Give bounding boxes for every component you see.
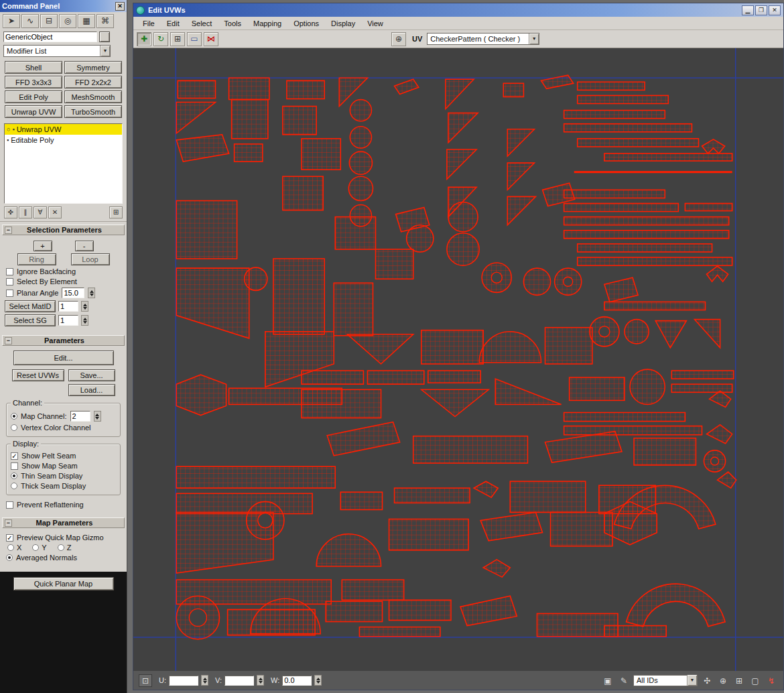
uv-island[interactable] bbox=[604, 626, 666, 637]
all-ids-dropdown[interactable]: All IDs ▼ bbox=[633, 675, 698, 686]
uv-island[interactable] bbox=[349, 151, 372, 174]
uv-island[interactable] bbox=[389, 600, 451, 620]
paint-select-icon[interactable]: ✎ bbox=[617, 674, 631, 687]
tab-hierarchy[interactable]: ⊟ bbox=[40, 14, 58, 28]
uv-island[interactable] bbox=[630, 369, 665, 404]
close-icon[interactable]: ✕ bbox=[115, 2, 125, 11]
averaged-normals-radio[interactable]: Averaged Normals bbox=[6, 554, 121, 562]
uv-island[interactable] bbox=[510, 481, 585, 512]
uv-island[interactable] bbox=[578, 139, 699, 147]
thick-seam-display-radio[interactable]: Thick Seam Display bbox=[11, 482, 116, 490]
uv-island[interactable] bbox=[375, 249, 413, 279]
uv-island[interactable] bbox=[273, 259, 324, 334]
tab-create[interactable]: ➤ bbox=[3, 14, 20, 28]
uv-island[interactable] bbox=[428, 371, 480, 383]
select-sg-button[interactable]: Select SG bbox=[5, 314, 56, 326]
sg-spinner[interactable] bbox=[81, 315, 88, 326]
uv-island[interactable] bbox=[523, 268, 550, 295]
uv-island[interactable] bbox=[176, 200, 237, 259]
lightbulb-icon[interactable]: ○ bbox=[7, 124, 10, 135]
map-channel-spinner[interactable] bbox=[94, 411, 101, 422]
restore-button[interactable]: ❐ bbox=[755, 5, 767, 15]
uv-island[interactable] bbox=[578, 257, 732, 265]
uv-island[interactable] bbox=[245, 267, 267, 290]
object-color-swatch[interactable] bbox=[99, 32, 110, 42]
pan-icon[interactable]: ✣ bbox=[700, 674, 714, 687]
uv-island[interactable] bbox=[287, 80, 324, 99]
modifier-button-shell[interactable]: Shell bbox=[5, 61, 62, 74]
tab-motion[interactable]: ◎ bbox=[59, 14, 76, 28]
close-button[interactable]: ✕ bbox=[769, 5, 781, 15]
modifier-button-unwrap-uvw[interactable]: Unwrap UVW bbox=[5, 105, 62, 118]
rotate-tool-icon[interactable]: ↻ bbox=[153, 32, 168, 46]
pattern-dropdown[interactable]: CheckerPattern ( Checker ) ▼ bbox=[427, 33, 539, 45]
uv-island[interactable] bbox=[564, 111, 665, 119]
v-spinner[interactable] bbox=[257, 675, 264, 686]
uv-island[interactable] bbox=[564, 426, 702, 435]
uv-island[interactable] bbox=[564, 124, 692, 132]
scale-tool-icon[interactable]: ⊞ bbox=[170, 32, 185, 46]
modifier-button-edit-poly[interactable]: Edit Poly bbox=[5, 90, 62, 103]
zoom-region-icon[interactable]: ⊞ bbox=[732, 674, 746, 687]
axis-x-radio[interactable]: X bbox=[7, 544, 21, 552]
uv-island[interactable] bbox=[407, 225, 434, 252]
pin-stack-icon[interactable]: ✜ bbox=[4, 206, 17, 218]
v-input[interactable] bbox=[224, 676, 254, 686]
stack-item-unwrap-uvw[interactable]: ○▪Unwrap UVW bbox=[5, 124, 122, 135]
uv-island[interactable] bbox=[604, 153, 732, 161]
quick-planar-map-button[interactable]: Quick Planar Map bbox=[13, 577, 114, 590]
uv-island[interactable] bbox=[578, 95, 669, 103]
uv-island[interactable] bbox=[350, 99, 371, 121]
menu-view[interactable]: View bbox=[362, 19, 389, 28]
uv-island[interactable] bbox=[176, 466, 335, 488]
uv-island[interactable] bbox=[302, 389, 381, 418]
u-spinner[interactable] bbox=[201, 675, 208, 686]
ignore-backfacing-checkbox[interactable]: Ignore Backfacing bbox=[6, 267, 121, 275]
uv-island[interactable] bbox=[564, 413, 685, 422]
world-space-icon[interactable]: ⊕ bbox=[391, 32, 406, 46]
uv-island[interactable] bbox=[503, 83, 523, 97]
menu-display[interactable]: Display bbox=[326, 19, 361, 28]
axis-y-radio[interactable]: Y bbox=[32, 544, 46, 552]
rollout-map-parameters-header[interactable]: − Map Parameters bbox=[2, 517, 125, 528]
load-button[interactable]: Load... bbox=[68, 384, 115, 396]
planar-angle-checkbox[interactable]: Planar Angle bbox=[6, 288, 121, 298]
loop-button[interactable]: Loop bbox=[71, 253, 110, 265]
tab-display[interactable]: ▦ bbox=[78, 14, 95, 28]
uv-island[interactable] bbox=[334, 283, 373, 336]
menu-options[interactable]: Options bbox=[288, 19, 324, 28]
modifier-button-ffd-3x3x3[interactable]: FFD 3x3x3 bbox=[5, 76, 62, 88]
uv-island[interactable] bbox=[447, 233, 479, 265]
uv-island[interactable] bbox=[545, 328, 592, 364]
thin-seam-display-radio[interactable]: Thin Seam Display bbox=[11, 472, 116, 480]
select-matid-button[interactable]: Select MatID bbox=[5, 300, 56, 312]
absolute-coords-icon[interactable]: ⊡ bbox=[139, 674, 152, 687]
uv-island[interactable] bbox=[302, 371, 363, 384]
uv-island[interactable] bbox=[413, 436, 528, 463]
shrink-selection-button[interactable]: - bbox=[75, 241, 94, 251]
map-channel-radio[interactable]: Map Channel: bbox=[11, 411, 116, 422]
menu-file[interactable]: File bbox=[137, 19, 160, 28]
menu-select[interactable]: Select bbox=[186, 19, 218, 28]
axis-z-radio[interactable]: Z bbox=[58, 544, 72, 552]
uv-island[interactable] bbox=[574, 171, 732, 173]
vertex-color-channel-radio[interactable]: Vertex Color Channel bbox=[11, 424, 116, 432]
uv-island[interactable] bbox=[359, 627, 440, 637]
uv-island[interactable] bbox=[421, 330, 483, 364]
w-spinner[interactable] bbox=[314, 675, 322, 686]
uv-island[interactable] bbox=[232, 99, 268, 138]
reset-uvws-button[interactable]: Reset UVWs bbox=[12, 369, 64, 381]
zoom-icon[interactable]: ⊕ bbox=[716, 674, 730, 687]
zoom-extents-icon[interactable]: ▢ bbox=[748, 674, 762, 687]
uv-island[interactable] bbox=[564, 203, 679, 211]
rollout-selection-header[interactable]: − Selection Parameters bbox=[2, 225, 125, 235]
uv-island[interactable] bbox=[283, 176, 323, 210]
uv-island[interactable] bbox=[350, 127, 371, 148]
uv-island[interactable] bbox=[671, 384, 732, 392]
uv-island[interactable] bbox=[625, 320, 649, 344]
planar-angle-spinner[interactable] bbox=[88, 288, 95, 298]
sg-input[interactable] bbox=[58, 315, 78, 326]
uv-island[interactable] bbox=[685, 203, 732, 210]
uv-island[interactable] bbox=[671, 371, 733, 379]
mirror-tool-icon[interactable]: ⋈ bbox=[204, 32, 218, 46]
